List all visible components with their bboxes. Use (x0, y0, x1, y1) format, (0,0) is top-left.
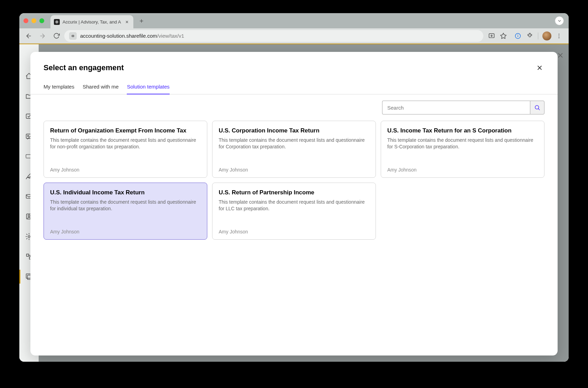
viewport: Select an engagement My templates Shared… (19, 44, 569, 362)
address-bar-right (512, 31, 565, 40)
template-card-desc: This template contains the document requ… (50, 137, 201, 161)
template-card-author: Amy Johnson (219, 167, 369, 173)
url-text: accounting-solution.sharefile.com/view/t… (80, 33, 184, 39)
install-app-icon[interactable] (487, 32, 496, 40)
template-card-desc: This template contains the document requ… (387, 137, 538, 161)
select-engagement-modal: Select an engagement My templates Shared… (30, 52, 558, 355)
modal-title: Select an engagement (44, 63, 124, 72)
browser-tab[interactable]: Accurix | Advisory, Tax, and A (50, 15, 133, 28)
template-card-title: U.S. Individual Income Tax Return (50, 189, 201, 196)
template-card-title: Return of Organization Exempt From Incom… (50, 127, 201, 134)
template-card-author: Amy Johnson (387, 167, 538, 173)
modal-close-button[interactable] (535, 63, 544, 73)
new-tab-button[interactable] (136, 16, 146, 26)
tab-favicon-icon (54, 19, 60, 25)
app-backdrop: Select an engagement My templates Shared… (19, 44, 569, 362)
template-card[interactable]: Return of Organization Exempt From Incom… (44, 121, 207, 178)
search-input[interactable] (382, 101, 530, 114)
extensions-icon[interactable] (525, 32, 534, 40)
template-card-selected[interactable]: U.S. Individual Income Tax Return This t… (44, 183, 207, 240)
tab-close-button[interactable] (124, 19, 130, 25)
template-card[interactable]: U.S. Corporation Income Tax Return This … (212, 121, 376, 178)
back-button[interactable] (23, 30, 35, 42)
template-card-title: U.S. Return of Partnership Income (219, 189, 369, 196)
svg-point-19 (535, 105, 539, 109)
profile-avatar[interactable] (542, 31, 551, 40)
template-card-author: Amy Johnson (50, 167, 201, 173)
minimize-window-button[interactable] (31, 18, 36, 23)
svg-rect-17 (26, 274, 30, 278)
tab-solution-templates[interactable]: Solution templates (127, 80, 169, 94)
svg-point-4 (559, 34, 560, 35)
traffic-lights (23, 18, 44, 23)
template-card-title: U.S. Income Tax Return for an S Corporat… (387, 127, 538, 134)
template-card[interactable]: U.S. Return of Partnership Income This t… (212, 183, 376, 240)
address-bar: accounting-solution.sharefile.com/view/t… (19, 28, 569, 44)
svg-point-9 (27, 135, 29, 137)
address-bar-actions (485, 32, 510, 40)
tab-my-templates[interactable]: My templates (44, 80, 74, 94)
template-tabs: My templates Shared with me Solution tem… (30, 80, 558, 94)
tab-shared-with-me[interactable]: Shared with me (83, 80, 118, 94)
template-card-author: Amy Johnson (219, 229, 369, 234)
tab-title: Accurix | Advisory, Tax, and A (63, 19, 121, 25)
template-card-desc: This template contains the document requ… (219, 137, 369, 161)
template-card-title: U.S. Corporation Income Tax Return (219, 127, 369, 134)
url-field[interactable]: accounting-solution.sharefile.com/view/t… (64, 30, 483, 42)
tab-search-button[interactable] (555, 16, 564, 25)
search-button[interactable] (530, 101, 544, 114)
maximize-window-button[interactable] (39, 18, 44, 23)
svg-point-13 (28, 215, 30, 217)
svg-point-14 (28, 235, 30, 238)
forward-button[interactable] (37, 30, 48, 42)
browser-window: Accurix | Advisory, Tax, and A (19, 13, 569, 362)
template-card-author: Amy Johnson (50, 229, 201, 234)
site-settings-icon[interactable] (69, 32, 77, 40)
svg-point-5 (559, 35, 560, 36)
svg-point-3 (518, 35, 518, 35)
browser-menu-icon[interactable] (555, 32, 563, 40)
template-card-desc: This template contains the document requ… (219, 199, 369, 223)
template-card-desc: This template contains the document requ… (50, 199, 201, 223)
close-window-button[interactable] (23, 18, 28, 23)
bookmark-icon[interactable] (499, 32, 508, 40)
template-card[interactable]: U.S. Income Tax Return for an S Corporat… (381, 121, 544, 178)
svg-point-6 (559, 37, 560, 38)
reload-button[interactable] (50, 30, 62, 42)
tab-strip: Accurix | Advisory, Tax, and A (19, 13, 569, 28)
search-field (382, 101, 544, 114)
template-cards-grid: Return of Organization Exempt From Incom… (30, 114, 558, 246)
info-icon[interactable] (514, 32, 522, 40)
svg-rect-15 (26, 254, 28, 256)
